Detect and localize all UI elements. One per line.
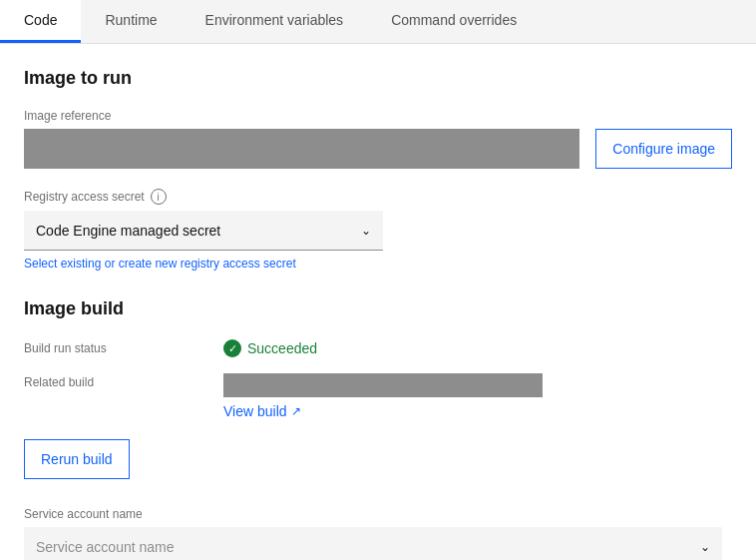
main-content: Image to run Image reference Configure i… xyxy=(0,44,756,560)
tab-code[interactable]: Code xyxy=(0,0,81,43)
image-reference-row: Configure image xyxy=(24,129,732,169)
configure-image-button[interactable]: Configure image xyxy=(595,129,732,169)
registry-secret-info-icon[interactable]: i xyxy=(151,189,167,205)
build-run-status-row: Build run status ✓ Succeeded xyxy=(24,339,732,357)
tab-cmd-overrides[interactable]: Command overrides xyxy=(367,0,541,43)
view-build-label: View build xyxy=(223,403,287,419)
image-reference-input-wrapper xyxy=(24,129,579,169)
build-section-title: Image build xyxy=(24,298,732,319)
tab-runtime[interactable]: Runtime xyxy=(81,0,181,43)
rerun-build-button[interactable]: Rerun build xyxy=(24,439,130,479)
build-value-placeholder xyxy=(223,373,543,397)
service-account-select[interactable]: Service account name xyxy=(24,527,722,560)
image-section-title: Image to run xyxy=(24,68,732,89)
related-build-row: Related build View build ↗ xyxy=(24,373,732,419)
registry-secret-select-wrapper: Code Engine managed secret ⌄ xyxy=(24,211,383,251)
related-build-label: Related build xyxy=(24,373,223,389)
service-account-select-wrapper: Service account name ⌄ xyxy=(24,527,722,560)
view-build-link[interactable]: View build ↗ xyxy=(223,403,301,419)
registry-secret-select[interactable]: Code Engine managed secret xyxy=(24,211,383,251)
related-build-value: View build ↗ xyxy=(223,373,732,419)
image-reference-input[interactable] xyxy=(24,129,579,169)
registry-secret-label: Registry access secret i xyxy=(24,189,732,205)
service-account-label: Service account name xyxy=(24,507,732,521)
service-account-section: Service account name Service account nam… xyxy=(24,507,732,560)
image-reference-label: Image reference xyxy=(24,109,732,123)
status-succeeded: ✓ Succeeded xyxy=(223,339,732,357)
succeeded-check-icon: ✓ xyxy=(223,339,241,357)
tab-bar: Code Runtime Environment variables Comma… xyxy=(0,0,756,44)
external-link-icon: ↗ xyxy=(291,404,301,418)
tab-env-vars[interactable]: Environment variables xyxy=(182,0,368,43)
build-run-status-value: ✓ Succeeded xyxy=(223,339,732,357)
registry-secret-hint: Select existing or create new registry a… xyxy=(24,257,732,271)
image-to-run-section: Image to run Image reference Configure i… xyxy=(24,68,732,271)
succeeded-text: Succeeded xyxy=(247,340,317,356)
build-run-status-label: Build run status xyxy=(24,339,223,355)
image-build-section: Image build Build run status ✓ Succeeded… xyxy=(24,298,732,479)
registry-secret-section: Registry access secret i Code Engine man… xyxy=(24,189,732,271)
